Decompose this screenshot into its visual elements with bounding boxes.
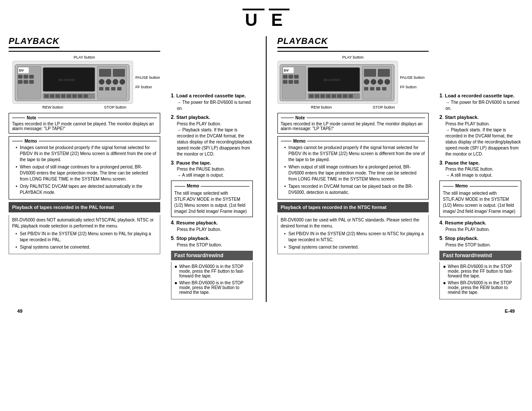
right-ff-item-2: When BR-DV6000 is in the STOP mode, pres…	[443, 280, 517, 295]
svg-rect-60	[364, 87, 368, 90]
left-stop-label: STOP button	[104, 105, 127, 109]
left-note-text: Tapes recorded in the LP mode cannot be …	[12, 121, 157, 131]
right-ff-label: FF button	[400, 85, 425, 89]
logo-e: E	[269, 9, 290, 30]
left-ff-label: FF button	[135, 85, 160, 89]
svg-rect-38	[294, 75, 299, 78]
svg-rect-8	[24, 80, 28, 84]
right-step-2: 2. Start playback. Press the PLAY button…	[439, 114, 521, 157]
left-device-image: DV BR-DV6000	[12, 61, 133, 104]
right-step-3-text: Press the PAUSE button.	[445, 166, 521, 172]
svg-rect-29	[105, 87, 109, 90]
right-device-image: DV BR-DV6000	[277, 61, 398, 104]
right-ntsc-content: BR-DV6000 can be used with PAL or NTSC s…	[277, 215, 429, 254]
svg-rect-19	[78, 94, 82, 98]
svg-rect-20	[84, 94, 88, 98]
left-step-2: 2. Start playback. Press the PLAY button…	[171, 114, 253, 157]
svg-rect-49	[332, 94, 336, 98]
left-pal-title: Playback of tapes recorded in the PAL fo…	[9, 202, 160, 212]
svg-rect-40	[289, 80, 293, 84]
right-memo-title: Memo	[281, 139, 426, 143]
footer: 49 E-49	[9, 308, 523, 314]
right-device-area: PLAY button DV	[277, 55, 429, 109]
svg-rect-25	[106, 79, 111, 84]
svg-rect-23	[113, 69, 125, 77]
svg-rect-61	[370, 87, 374, 90]
svg-rect-45	[309, 94, 314, 98]
svg-rect-4	[18, 75, 22, 78]
right-column: PLAYBACK – Basic playback procedure – PL…	[277, 36, 429, 302]
left-step-5: 5. Stop playback. Press the STOP button.	[171, 235, 253, 248]
right-ntsc-item-1: Set PB/DV IN in the SYSTEM (2/2) Menu sc…	[284, 231, 426, 243]
left-note-box: Note Tapes recorded in the LP mode canno…	[9, 113, 160, 134]
right-step-4: 4. Resume playback. Press the PLAY butto…	[439, 219, 521, 233]
left-column: PLAYBACK – Basic playback procedure – PL…	[9, 36, 160, 302]
right-memo-item-2: When output of still image continues for…	[284, 164, 426, 182]
svg-rect-22	[99, 69, 111, 77]
left-memo-item-3: Only PAL/NTSC DVCAM tapes are detected a…	[16, 184, 157, 196]
svg-rect-54	[364, 69, 376, 77]
left-ff-content: When BR-DV6000 is in the STOP mode, pres…	[171, 262, 253, 299]
header: U E	[9, 4, 523, 36]
right-memo-item-1: Images cannot be produced properly if th…	[284, 145, 426, 163]
right-step-1: 1. Load a recorded cassette tape. The po…	[439, 92, 521, 112]
right-note-title: Note	[281, 115, 426, 120]
svg-rect-51	[343, 94, 347, 98]
left-step-3-text: Press the PAUSE button.	[177, 166, 253, 172]
svg-rect-16	[61, 94, 65, 98]
right-ntsc-list: Set PB/DV IN in the SYSTEM (2/2) Menu sc…	[281, 231, 426, 250]
right-ntsc-box: Playback of tapes recorded in the NTSC f…	[277, 202, 429, 254]
left-ff-section: Fast forward/rewind When BR-DV6000 is in…	[171, 251, 253, 299]
right-steps-column: 1. Load a recorded cassette tape. The po…	[437, 36, 523, 302]
left-ff-title: Fast forward/rewind	[171, 251, 253, 260]
right-pause-label: PAUSE button	[400, 75, 425, 80]
left-pal-item-1: Set PB/DV IN in the SYSTEM (2/2) Menu sc…	[16, 231, 157, 243]
left-step-4-text: Press the PLAY button.	[177, 227, 253, 233]
svg-rect-27	[120, 79, 125, 84]
right-step-5-text: Press the STOP button.	[445, 242, 521, 248]
svg-rect-37	[289, 75, 293, 78]
left-pal-box: Playback of tapes recorded in the PAL fo…	[9, 202, 160, 254]
right-stop-label: STOP button	[373, 105, 395, 109]
right-section-title: PLAYBACK	[277, 36, 328, 48]
left-steps: 1. Load a recorded cassette tape. The po…	[171, 92, 253, 248]
left-section-header: PLAYBACK – Basic playback procedure –	[9, 36, 160, 52]
svg-rect-5	[24, 75, 28, 78]
logo-u: U	[243, 9, 264, 30]
left-memo-box: Memo Images cannot be produced properly …	[9, 136, 160, 199]
svg-rect-39	[283, 80, 287, 84]
right-step-3-memo: Memo The still image selected with STL/F…	[439, 181, 521, 217]
right-page-number: E-49	[505, 308, 515, 314]
right-memo-box: Memo Images cannot be produced properly …	[277, 136, 429, 199]
right-play-button-label: PLAY button	[342, 55, 364, 59]
right-ntsc-item-2: Signal systems cannot be converted.	[284, 244, 426, 250]
svg-rect-62	[376, 87, 380, 90]
right-steps: 1. Load a recorded cassette tape. The po…	[439, 92, 521, 248]
right-step-2-text: Press the PLAY button.	[445, 121, 521, 127]
svg-rect-9	[29, 80, 34, 84]
left-pal-item-2: Signal systems cannot be converted.	[16, 244, 157, 250]
right-note-text: Tapes recorded in the LP mode cannot be …	[281, 121, 426, 131]
svg-rect-15	[56, 94, 60, 98]
svg-rect-57	[371, 79, 376, 84]
left-step-5-text: Press the STOP button.	[177, 242, 253, 248]
svg-rect-55	[378, 69, 390, 77]
left-memo-item-2: When output of still image continues for…	[16, 164, 157, 182]
right-note-box: Note Tapes recorded in the LP mode canno…	[277, 113, 429, 134]
page: U E PLAYBACK – Basic playback procedure …	[0, 0, 532, 411]
left-note-title: Note	[12, 115, 157, 120]
svg-rect-14	[50, 94, 54, 98]
svg-rect-63	[382, 87, 386, 90]
svg-text:BR-DV6000: BR-DV6000	[324, 78, 339, 81]
left-ff-item-1: When BR-DV6000 is in the STOP mode, pres…	[175, 264, 249, 278]
left-step-2-text: Press the PLAY button.	[177, 121, 253, 127]
right-ff-item-1: When BR-DV6000 is in the STOP mode, pres…	[443, 264, 517, 278]
svg-rect-41	[294, 80, 299, 84]
left-play-button-label: PLAY button	[74, 55, 95, 59]
main-columns: PLAYBACK – Basic playback procedure – PL…	[9, 36, 523, 302]
left-pause-label: PAUSE button	[135, 75, 160, 80]
right-step-5: 5. Stop playback. Press the STOP button.	[439, 235, 521, 248]
svg-rect-30	[111, 87, 115, 90]
svg-rect-28	[99, 87, 103, 90]
svg-rect-24	[99, 79, 104, 84]
